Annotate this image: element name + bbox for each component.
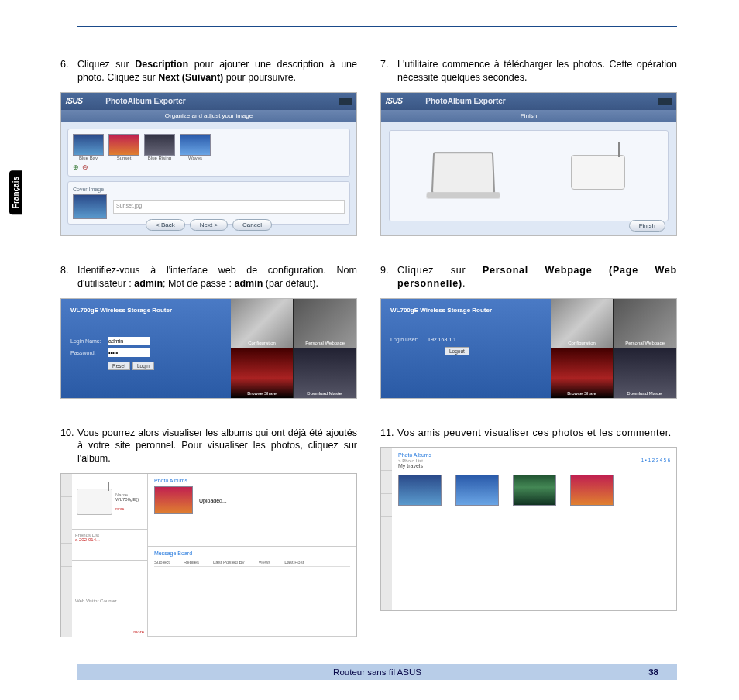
thumb[interactable] [144,134,175,156]
photo-thumb[interactable] [455,475,499,506]
cover-thumb[interactable] [73,194,107,219]
step-7: 7. L'utilitaire commence à télécharger l… [380,58,677,250]
step-11: 11. Vos amis peuvent visualiser ces phot… [380,427,677,626]
step-body: Vos amis peuvent visualiser ces photos e… [397,427,677,440]
step-number: 8. [60,264,77,290]
screenshot-albums: NameWL700gE()more Friends Lista 202-014.… [60,473,357,637]
login-user-input[interactable] [108,337,150,345]
screenshot-friend-view: Photo Albums > Photo List1 • 1 2 3 4 5 6… [380,447,677,611]
album-thumb[interactable] [154,486,193,514]
footer-title: Routeur sans fil ASUS [333,667,421,677]
step-number: 10. [60,427,77,466]
tile-config[interactable]: Configuration [231,299,294,348]
photo-thumb[interactable] [570,475,614,506]
page-footer: Routeur sans fil ASUS 38 [77,664,677,680]
tile-download[interactable]: Download Master [294,348,356,398]
thumbnails-panel: Blue Bay Sunset Blue Rising Waves ⊕⊖ [67,129,350,177]
config-header: WL700gE Wireless Storage Router [390,307,541,314]
tile-share[interactable]: Browse Share [231,348,294,398]
logout-button[interactable]: Logout [445,347,469,355]
step-9: 9. Cliquez sur Personal Webpage (Page We… [380,264,677,413]
step-number: 7. [380,58,397,84]
section-header: Photo Albums [154,478,350,483]
tile-config[interactable]: Configuration [551,299,614,348]
add-icon[interactable]: ⊕ [73,163,79,171]
step-number: 6. [60,58,77,84]
remove-icon[interactable]: ⊖ [82,163,88,171]
screenshot-login: WL700gE Wireless Storage Router Login Na… [60,298,357,399]
cover-filename: Sunset.jpg [113,200,345,214]
app-title: PhotoAlbum Exporter [105,97,185,105]
step-body: Identifiez-vous à l'interface web de con… [77,264,357,290]
window-buttons [658,98,672,105]
back-button[interactable]: < Back [146,219,185,231]
brand-logo: /SUS [66,97,82,105]
top-rule [77,26,677,27]
screenshot-exporter-finish: /SUS PhotoAlbum Exporter Finish Finish [380,92,677,236]
step-number: 11. [380,427,397,440]
tile-download[interactable]: Download Master [614,348,676,398]
login-pass-input[interactable] [108,348,150,357]
app-title: PhotoAlbum Exporter [425,97,505,105]
thumb[interactable] [73,134,104,156]
window-buttons [339,98,352,105]
router-icon [571,155,625,190]
reset-button[interactable]: Reset [108,362,130,370]
section-header: Photo Albums [398,452,670,458]
app-subtitle: Finish [381,110,676,122]
app-subtitle: Organize and adjust your image [61,110,356,122]
finish-button[interactable]: Finish [629,220,665,232]
login-button[interactable]: Login [132,362,154,370]
step-body: Cliquez sur Description pour ajouter une… [77,58,357,84]
login-header: WL700gE Wireless Storage Router [70,307,222,314]
laptop-icon [431,152,495,194]
step-10: 10. Vous pourrez alors visualiser les al… [60,427,357,652]
step-number: 9. [380,264,397,290]
language-tab: Français [9,170,22,214]
album-tabs [381,448,392,610]
page-number: 38 [648,667,658,677]
thumb[interactable] [108,134,139,156]
step-6: 6. Cliquez sur Description pour ajouter … [60,58,357,250]
brand-logo: /SUS [386,97,402,105]
next-button[interactable]: Next > [190,219,228,231]
step-8: 8. Identifiez-vous à l'interface web de … [60,264,357,413]
step-body: Vous pourrez alors visualiser les albums… [77,427,357,466]
section-header: Message Board [154,551,350,556]
step-body: L'utilitaire commence à télécharger les … [397,58,677,84]
screenshot-exporter-organize: /SUS PhotoAlbum Exporter Organize and ad… [60,92,357,236]
thumb[interactable] [180,134,211,156]
screenshot-config: WL700gE Wireless Storage Router Login Us… [380,298,677,399]
router-icon [77,489,112,515]
photo-thumb[interactable] [398,475,442,506]
photo-thumb[interactable] [513,475,556,506]
cover-panel: Cover Image Sunset.jpg [67,181,350,225]
step-body: Cliquez sur Personal Webpage (Page Web p… [397,264,677,290]
tile-webpage[interactable]: Personal Webpage [294,299,356,348]
cancel-button[interactable]: Cancel [232,219,272,231]
album-tabs [61,474,72,637]
tile-share[interactable]: Browse Share [551,348,614,398]
tile-webpage[interactable]: Personal Webpage [614,299,676,348]
